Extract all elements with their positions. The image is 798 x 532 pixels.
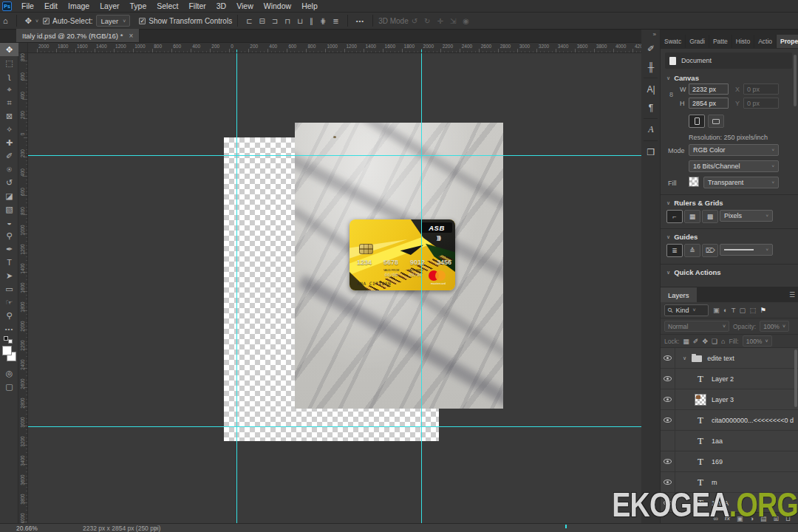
- group-expand-caret[interactable]: ∨: [683, 355, 686, 361]
- lock-guides-icon[interactable]: ≙: [684, 244, 700, 257]
- clear-guides-icon[interactable]: ⌦: [702, 244, 718, 257]
- clone-source-icon[interactable]: ╫: [641, 58, 661, 76]
- filter-smart-objects-icon[interactable]: ⬚: [750, 306, 757, 314]
- horizontal-ruler[interactable]: 2000180016001400120010008006004002000200…: [28, 43, 641, 53]
- layers-scrollbar[interactable]: [794, 349, 797, 407]
- quick-actions-header[interactable]: ∨ Quick Actions: [666, 268, 721, 276]
- collapse-panels-icon[interactable]: »: [641, 30, 660, 39]
- panel-tab-properties[interactable]: Properties: [777, 35, 798, 48]
- menu-item-view[interactable]: View: [231, 1, 259, 10]
- layer-visibility-toggle[interactable]: [661, 410, 675, 430]
- align-right-icon[interactable]: ⊐: [272, 17, 278, 25]
- default-colors-icon[interactable]: [0, 335, 18, 344]
- brush-settings-icon[interactable]: ✐: [641, 39, 661, 58]
- blend-mode-dropdown[interactable]: Normal ˅: [664, 321, 729, 332]
- color-mode-dropdown[interactable]: RGB Color ˅: [689, 144, 779, 156]
- menu-item-window[interactable]: Window: [259, 1, 296, 10]
- vertical-guide[interactable]: [421, 53, 422, 523]
- dodge-tool[interactable]: ⚲: [0, 229, 18, 242]
- menu-item-edit[interactable]: Edit: [39, 1, 63, 10]
- layer-name[interactable]: Layer 2: [712, 375, 734, 383]
- rulers-grids-header[interactable]: ∨ Rulers & Grids: [666, 199, 723, 207]
- grid-icon[interactable]: ▦: [684, 210, 700, 223]
- close-tab-icon[interactable]: ×: [129, 32, 133, 40]
- layer-row[interactable]: Layer 3: [661, 389, 798, 410]
- menu-item-image[interactable]: Image: [63, 1, 95, 10]
- landscape-orientation-button[interactable]: [708, 115, 724, 128]
- glyphs-panel-icon[interactable]: A: [641, 120, 661, 139]
- lock-paint-icon[interactable]: ✐: [693, 338, 699, 345]
- auto-select-checkbox[interactable]: ✓: [43, 18, 50, 24]
- show-transform-checkbox[interactable]: ✓: [139, 18, 146, 24]
- character-panel-icon[interactable]: A|: [641, 80, 661, 98]
- menu-item-select[interactable]: Select: [151, 1, 183, 10]
- ruler-icon[interactable]: ⌐: [666, 210, 683, 223]
- guides-header[interactable]: ∨ Guides: [666, 233, 698, 241]
- crop-tool[interactable]: ⌗: [0, 96, 18, 109]
- units-dropdown[interactable]: Pixels ˅: [720, 210, 773, 222]
- link-dimensions-icon[interactable]: 8: [669, 91, 673, 98]
- panel-tab-swatc[interactable]: Swatc: [661, 35, 686, 48]
- kind-filter-dropdown[interactable]: ⚲ Kind ˅: [664, 304, 709, 316]
- screen-mode-icon[interactable]: ▢: [0, 380, 18, 393]
- align-bottom-icon[interactable]: ⊔: [297, 17, 303, 25]
- vertical-guide[interactable]: [236, 53, 237, 523]
- distribute-horizontal-icon[interactable]: ∥: [310, 17, 313, 25]
- horizontal-guide[interactable]: [28, 155, 641, 156]
- width-field[interactable]: 2232 px: [689, 83, 729, 95]
- type-tool[interactable]: T: [0, 256, 18, 269]
- layer-row[interactable]: T169: [661, 451, 798, 472]
- path-select-tool[interactable]: ➤: [0, 269, 18, 282]
- brush-tool[interactable]: ✐: [0, 149, 18, 163]
- filter-type-layers-icon[interactable]: T: [732, 306, 736, 314]
- canvas-viewport[interactable]: ASB ))) 1234 5678 9012 3456 VALID FROM 0…: [28, 53, 641, 523]
- credit-card-layer[interactable]: ASB ))) 1234 5678 9012 3456 VALID FROM 0…: [349, 219, 455, 290]
- layer-name[interactable]: edite text: [707, 355, 734, 362]
- layer-visibility-toggle[interactable]: [661, 431, 675, 451]
- align-top-icon[interactable]: ⊓: [284, 17, 290, 25]
- layer-visibility-toggle[interactable]: [661, 369, 675, 389]
- home-icon[interactable]: ⌂: [0, 16, 11, 25]
- layer-visibility-toggle[interactable]: [661, 451, 675, 471]
- fill-swatch[interactable]: [689, 177, 699, 187]
- layer-filter-toggle[interactable]: ⚑: [760, 306, 767, 314]
- align-left-icon[interactable]: ⊏: [246, 17, 252, 25]
- panel-tab-histo[interactable]: Histo: [732, 35, 754, 48]
- height-field[interactable]: 2854 px: [689, 98, 729, 109]
- panel-tab-actio[interactable]: Actio: [754, 35, 777, 48]
- move-tool[interactable]: ✥: [0, 43, 18, 56]
- layer-row[interactable]: TLayer 2: [661, 369, 798, 389]
- status-chevron-icon[interactable]: >: [154, 525, 157, 532]
- align-center-h-icon[interactable]: ⊟: [259, 17, 265, 25]
- panel-scrollbar[interactable]: [794, 55, 797, 106]
- portrait-orientation-button[interactable]: [689, 115, 705, 128]
- clone-stamp-tool[interactable]: ⍟: [0, 163, 18, 176]
- distribute-center-icon[interactable]: ≣: [332, 17, 338, 25]
- layer-name[interactable]: 169: [712, 458, 723, 466]
- filter-adjustment-layers-icon[interactable]: ◐: [723, 306, 728, 314]
- auto-select-dropdown[interactable]: Layer ˅: [96, 15, 130, 27]
- bit-depth-dropdown[interactable]: 16 Bits/Channel ˅: [689, 160, 779, 172]
- marquee-tool[interactable]: ⬚: [0, 56, 18, 69]
- chevron-down-icon[interactable]: ˅: [35, 18, 38, 24]
- lasso-tool[interactable]: ʅ: [0, 69, 18, 83]
- panel-tab-patte[interactable]: Patte: [709, 35, 732, 48]
- layer-row[interactable]: ∨edite text: [661, 348, 798, 369]
- layer-row[interactable]: T1aa: [661, 431, 798, 451]
- vertical-ruler[interactable]: 8006004002000200400600800100012001400160…: [18, 53, 28, 523]
- horizontal-guide[interactable]: [28, 426, 641, 427]
- color-swatches[interactable]: [0, 344, 18, 366]
- menu-item-type[interactable]: Type: [124, 1, 151, 10]
- menu-item-help[interactable]: Help: [296, 1, 323, 10]
- layer-visibility-toggle[interactable]: [661, 389, 675, 409]
- menu-item-filter[interactable]: Filter: [183, 1, 211, 10]
- menu-item-3d[interactable]: 3D: [211, 1, 231, 10]
- document-tab[interactable]: Italy id.psd @ 20.7% (RGB/16) * ×: [16, 29, 140, 42]
- hand-tool[interactable]: ☞: [0, 296, 18, 309]
- menu-item-layer[interactable]: Layer: [95, 1, 124, 10]
- paragraph-panel-icon[interactable]: ¶: [641, 98, 661, 117]
- zoom-tool[interactable]: ⚲: [0, 309, 18, 322]
- guides-icon[interactable]: ≣: [666, 244, 683, 257]
- shape-tool[interactable]: ▭: [0, 282, 18, 296]
- pixel-grid-icon[interactable]: ▩: [702, 210, 718, 223]
